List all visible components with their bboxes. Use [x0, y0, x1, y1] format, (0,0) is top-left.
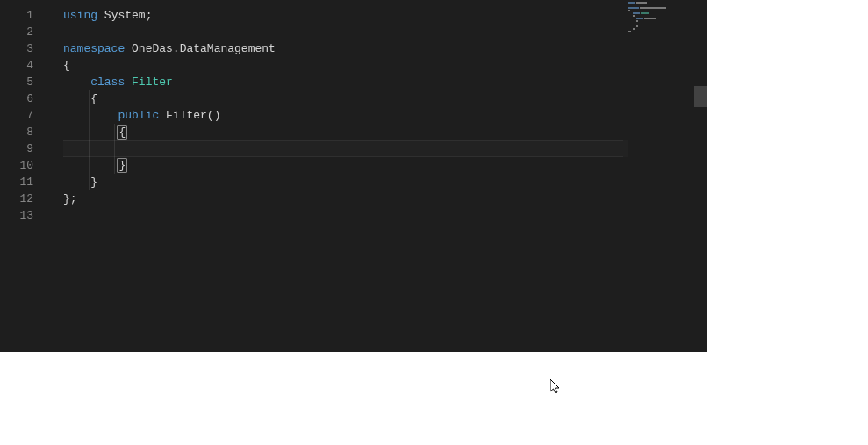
close-brace: }	[90, 176, 97, 189]
class-name: Filter	[132, 75, 173, 89]
minimap[interactable]	[628, 2, 694, 350]
vertical-scrollbar[interactable]	[694, 0, 707, 352]
code-line-11[interactable]: }	[63, 174, 707, 190]
line-number: 13	[0, 207, 33, 224]
code-line-9-current[interactable]	[63, 140, 707, 157]
code-editor[interactable]: 1 2 3 4 5 6 7 8 9 10 11 12 13 using Syst…	[0, 0, 707, 352]
keyword-namespace: namespace	[63, 42, 125, 55]
open-brace: {	[63, 59, 70, 72]
code-line-1[interactable]: using System;	[63, 7, 707, 24]
code-line-2[interactable]	[63, 24, 707, 40]
code-line-5[interactable]: class Filter	[63, 74, 707, 90]
line-number: 5	[0, 74, 33, 90]
namespace-name: OneDas.DataManagement	[132, 42, 276, 55]
line-number: 4	[0, 57, 33, 74]
line-number: 7	[0, 107, 33, 124]
close-brace-semi: };	[63, 192, 77, 205]
constructor-name: Filter	[166, 109, 207, 122]
code-line-3[interactable]: namespace OneDas.DataManagement	[63, 40, 707, 57]
line-number: 2	[0, 24, 33, 40]
code-line-6[interactable]: {	[63, 90, 707, 107]
code-content[interactable]: using System; namespace OneDas.DataManag…	[49, 0, 707, 352]
open-brace-matched: {	[117, 125, 127, 140]
line-number: 6	[0, 90, 33, 107]
scrollbar-thumb[interactable]	[694, 86, 707, 107]
keyword-using: using	[63, 9, 97, 22]
identifier: System	[104, 9, 146, 22]
code-line-8[interactable]: {	[63, 124, 707, 140]
code-line-7[interactable]: public Filter()	[63, 107, 707, 124]
line-number: 3	[0, 40, 33, 57]
code-line-4[interactable]: {	[63, 57, 707, 74]
mouse-cursor-icon	[550, 379, 564, 393]
line-number: 10	[0, 157, 33, 174]
line-number: 11	[0, 174, 33, 190]
keyword-public: public	[118, 109, 159, 122]
open-brace: {	[90, 92, 97, 105]
code-line-12[interactable]: };	[63, 190, 707, 207]
code-line-13[interactable]	[63, 207, 707, 224]
line-number: 9	[0, 140, 33, 157]
line-number: 12	[0, 190, 33, 207]
line-number: 8	[0, 124, 33, 140]
close-brace-matched: }	[117, 158, 127, 173]
line-number: 1	[0, 7, 33, 24]
code-line-10[interactable]: }	[63, 157, 707, 174]
keyword-class: class	[90, 75, 125, 89]
line-number-gutter: 1 2 3 4 5 6 7 8 9 10 11 12 13	[0, 0, 49, 352]
